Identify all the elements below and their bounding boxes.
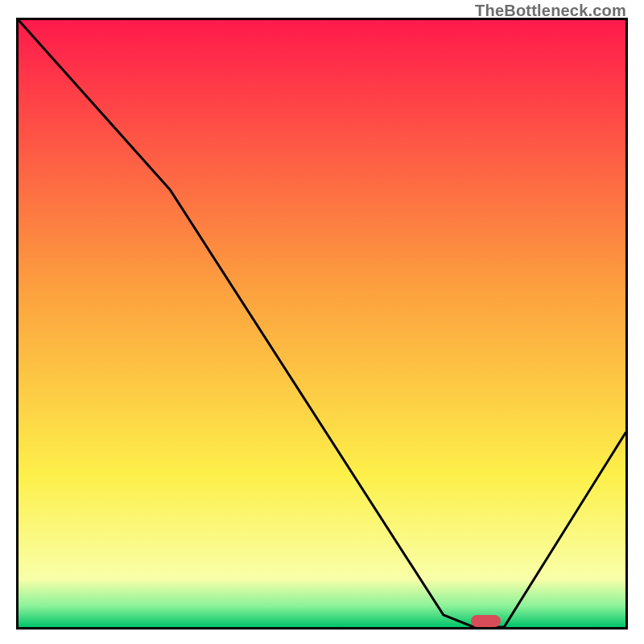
optimum-marker [471,615,502,627]
chart-curve [19,20,625,627]
chart-frame [16,18,628,630]
